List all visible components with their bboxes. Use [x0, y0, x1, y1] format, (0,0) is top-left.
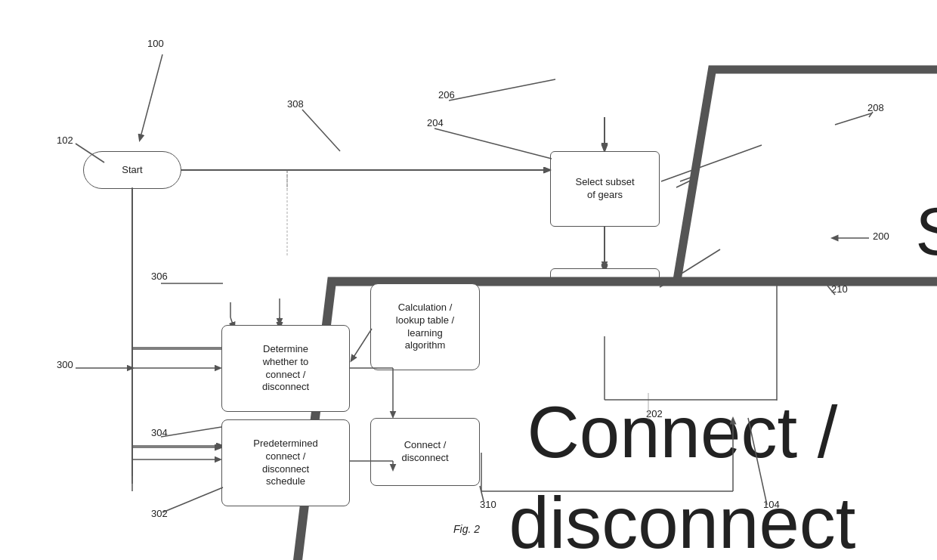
predetermined-node: Predetermined connect / disconnect sched… [221, 419, 350, 506]
subset-selection-cond-node: Subset selection conditions [552, 42, 665, 117]
label-302: 302 [151, 508, 168, 519]
label-104: 104 [763, 499, 780, 510]
connect-disconnect-cond-node: Connect / disconnect conditions [223, 249, 340, 317]
label-204: 204 [427, 117, 444, 128]
start-node: Start [83, 151, 181, 189]
label-208: 208 [867, 102, 884, 113]
determine-node: Determine whether to connect / disconnec… [221, 325, 350, 412]
label-300: 300 [57, 359, 73, 370]
label-200: 200 [873, 230, 889, 242]
label-308: 308 [287, 98, 304, 110]
figure-label: Fig. 2 [453, 523, 480, 535]
label-210: 210 [831, 283, 848, 295]
calc-lookup-node-2: Calculation / lookup table / learning al… [370, 283, 480, 370]
label-102: 102 [57, 135, 73, 146]
label-306: 306 [151, 271, 168, 282]
connect-disconnect-node: Connect / disconnect [370, 418, 480, 486]
label-304: 304 [151, 427, 168, 438]
label-100: 100 [147, 38, 164, 49]
label-202: 202 [646, 408, 663, 419]
label-206: 206 [438, 89, 455, 101]
label-310: 310 [480, 499, 496, 510]
diagram-container: Start Return Select subset of gears Pres… [0, 0, 937, 560]
